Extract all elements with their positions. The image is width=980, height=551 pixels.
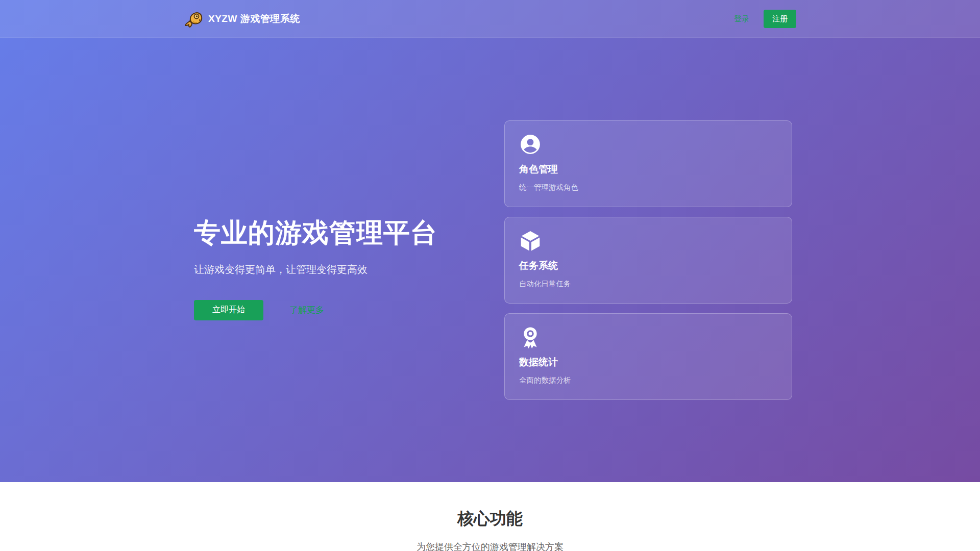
app-header: XYZW 游戏管理系统 登录 注册 <box>0 0 980 38</box>
register-button[interactable]: 注册 <box>764 10 796 28</box>
brand[interactable]: XYZW 游戏管理系统 <box>184 10 300 28</box>
feature-card-stats: 数据统计 全面的数据分析 <box>504 313 792 400</box>
get-started-button[interactable]: 立即开始 <box>194 300 263 320</box>
hero-title: 专业的游戏管理平台 <box>194 216 437 249</box>
card-title: 角色管理 <box>519 163 777 176</box>
card-desc: 全面的数据分析 <box>519 375 777 385</box>
hero-cta-row: 立即开始 了解更多 <box>194 300 437 320</box>
person-circle-icon <box>519 133 542 156</box>
features-title: 核心功能 <box>0 508 980 530</box>
card-desc: 自动化日常任务 <box>519 279 777 289</box>
hero-section: XYZW 游戏管理系统 登录 注册 专业的游戏管理平台 让游戏变得更简单，让管理… <box>0 0 980 482</box>
card-title: 数据统计 <box>519 356 777 369</box>
login-button[interactable]: 登录 <box>734 14 749 24</box>
feature-card-tasks: 任务系统 自动化日常任务 <box>504 217 792 304</box>
card-title: 任务系统 <box>519 259 777 272</box>
medal-icon <box>519 326 542 348</box>
goldfish-logo-icon <box>184 10 203 28</box>
hero-copy: 专业的游戏管理平台 让游戏变得更简单，让管理变得更高效 立即开始 了解更多 <box>184 216 437 320</box>
feature-card-list: 角色管理 统一管理游戏角色 任务系统 自动化日常任务 <box>504 120 792 400</box>
brand-title: XYZW 游戏管理系统 <box>208 12 300 26</box>
learn-more-link[interactable]: 了解更多 <box>289 304 324 316</box>
feature-card-roles: 角色管理 统一管理游戏角色 <box>504 120 792 207</box>
features-section: 核心功能 为您提供全方位的游戏管理解决方案 <box>0 482 980 551</box>
hero-subtitle: 让游戏变得更简单，让管理变得更高效 <box>194 263 437 277</box>
features-subtitle: 为您提供全方位的游戏管理解决方案 <box>0 541 980 551</box>
nav-actions: 登录 注册 <box>734 10 796 28</box>
cube-icon <box>519 230 542 252</box>
card-desc: 统一管理游戏角色 <box>519 183 777 192</box>
